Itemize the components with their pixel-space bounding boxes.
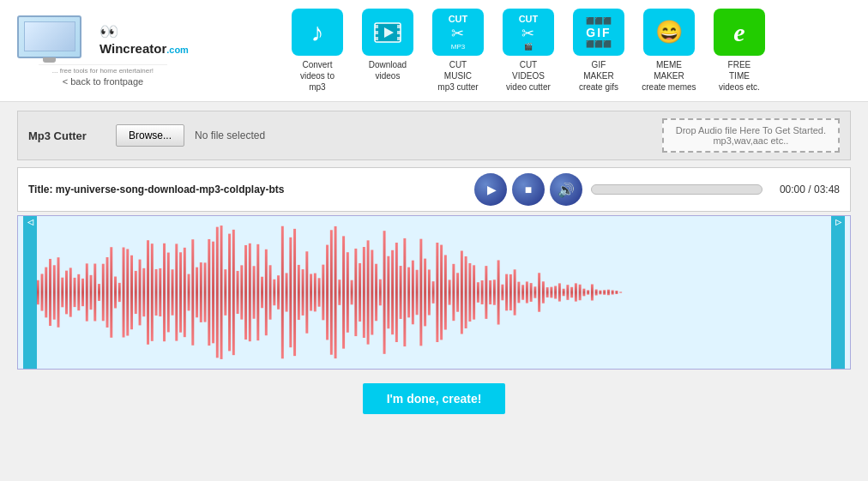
drop-zone[interactable]: Drop Audio file Here To Get Started. mp3… xyxy=(662,118,840,153)
svg-rect-65 xyxy=(269,265,272,319)
svg-rect-77 xyxy=(318,278,321,306)
svg-rect-85 xyxy=(351,280,353,305)
svg-rect-30 xyxy=(126,249,129,335)
svg-rect-69 xyxy=(286,273,288,311)
svg-rect-6 xyxy=(397,37,401,40)
waveform-handle-right[interactable]: ▷ xyxy=(831,216,845,369)
drop-zone-line2: mp3,wav,aac etc.. xyxy=(676,135,826,146)
svg-rect-133 xyxy=(546,287,549,298)
nav-item-cut-music[interactable]: CUT ✂ MP3 CUT MUSIC mp3 cutter xyxy=(428,9,488,93)
svg-rect-102 xyxy=(419,239,422,346)
svg-rect-112 xyxy=(461,250,463,334)
svg-rect-38 xyxy=(159,268,161,316)
main-content: Mp3 Cutter Browse... No file selected Dr… xyxy=(0,102,868,428)
nav-item-meme-maker[interactable]: 😄 MEME MAKER create memes xyxy=(639,9,699,93)
volume-icon: 🔊 xyxy=(558,182,575,198)
svg-rect-13 xyxy=(57,257,60,328)
nav-item-free-time[interactable]: e FREE TIME videos etc. xyxy=(709,9,769,93)
nav-label-free-time: FREE TIME videos etc. xyxy=(719,59,760,93)
svg-rect-54 xyxy=(224,269,226,316)
nav-item-convert[interactable]: ♪ Convert videos to mp3 xyxy=(287,9,347,93)
nav-item-gif-maker[interactable]: ⬛⬛⬛ GIF ⬛⬛⬛ GIF MAKER create gifs xyxy=(569,9,629,93)
svg-rect-135 xyxy=(554,286,557,298)
svg-rect-21 xyxy=(90,275,93,310)
svg-rect-100 xyxy=(412,261,414,325)
svg-rect-84 xyxy=(347,252,349,333)
svg-rect-35 xyxy=(147,240,149,345)
note-icon: ♪ xyxy=(292,9,343,56)
svg-rect-111 xyxy=(456,273,459,311)
svg-rect-26 xyxy=(110,247,112,338)
svg-rect-57 xyxy=(237,271,239,314)
svg-rect-123 xyxy=(505,274,508,311)
svg-rect-130 xyxy=(533,286,536,298)
svg-rect-68 xyxy=(281,226,284,359)
svg-rect-27 xyxy=(114,277,117,309)
svg-rect-104 xyxy=(428,269,431,315)
svg-rect-3 xyxy=(375,37,378,40)
svg-rect-115 xyxy=(473,265,475,319)
svg-rect-76 xyxy=(314,274,316,312)
svg-rect-71 xyxy=(293,229,296,356)
waveform-container[interactable]: ◁ // Generate waveform bars const svgNS … xyxy=(17,215,851,370)
logo-eyes-icon: 👀 xyxy=(99,22,189,41)
svg-rect-2 xyxy=(375,31,378,34)
svg-rect-46 xyxy=(191,239,194,346)
nav-label-download: Download videos xyxy=(369,59,407,81)
svg-rect-12 xyxy=(53,265,56,319)
svg-rect-52 xyxy=(216,227,219,358)
svg-rect-106 xyxy=(436,243,438,342)
handle-left-icon: ◁ xyxy=(27,218,33,226)
svg-rect-151 xyxy=(619,292,622,292)
header: 👀 Wincreator.com ... free tools for home… xyxy=(0,0,868,102)
svg-rect-11 xyxy=(49,259,51,326)
svg-rect-139 xyxy=(570,287,573,298)
svg-rect-126 xyxy=(517,282,520,304)
progress-bar[interactable] xyxy=(591,184,763,195)
svg-rect-67 xyxy=(277,275,280,310)
svg-rect-53 xyxy=(220,225,223,359)
back-link[interactable]: < back to frontpage xyxy=(63,76,143,87)
svg-rect-120 xyxy=(493,280,496,304)
svg-rect-101 xyxy=(416,270,419,316)
svg-rect-95 xyxy=(391,250,394,334)
svg-rect-25 xyxy=(106,257,109,328)
svg-rect-127 xyxy=(521,285,524,300)
svg-rect-79 xyxy=(326,245,329,340)
create-button[interactable]: I'm done, create! xyxy=(363,383,506,414)
svg-rect-55 xyxy=(228,234,231,352)
browse-button[interactable]: Browse... xyxy=(116,124,184,147)
svg-rect-88 xyxy=(363,247,365,338)
svg-rect-24 xyxy=(102,264,105,322)
svg-rect-140 xyxy=(575,283,577,301)
svg-rect-89 xyxy=(367,240,370,344)
svg-rect-128 xyxy=(526,281,528,303)
svg-rect-18 xyxy=(77,274,80,310)
track-title: Title: my-universe-song-download-mp3-col… xyxy=(28,183,466,195)
logo-area: 👀 Wincreator.com ... free tools for home… xyxy=(17,15,189,87)
nav-icons: ♪ Convert videos to mp3 Download videos xyxy=(206,9,851,93)
svg-rect-39 xyxy=(163,244,166,341)
waveform-svg: // Generate waveform bars const svgNS = … xyxy=(18,216,850,369)
time-display: 00:00 / 03:48 xyxy=(771,183,840,195)
nav-item-download[interactable]: Download videos xyxy=(358,9,418,81)
svg-rect-60 xyxy=(249,244,251,341)
nav-item-cut-video[interactable]: CUT ✂ 🎬 CUT VIDEOS video cutter xyxy=(498,9,558,93)
stop-button[interactable]: ■ xyxy=(512,173,545,206)
nav-label-cut-music: CUT MUSIC mp3 cutter xyxy=(437,59,478,93)
play-button[interactable]: ▶ xyxy=(474,173,507,206)
svg-rect-42 xyxy=(175,244,178,340)
svg-rect-98 xyxy=(403,238,406,346)
svg-rect-146 xyxy=(599,291,601,295)
svg-rect-64 xyxy=(265,250,268,335)
svg-rect-90 xyxy=(371,250,373,334)
volume-button[interactable]: 🔊 xyxy=(550,173,582,206)
svg-rect-62 xyxy=(256,244,259,340)
svg-rect-16 xyxy=(69,268,72,316)
no-file-text: No file selected xyxy=(195,129,652,141)
svg-rect-150 xyxy=(615,291,618,294)
waveform-handle-left[interactable]: ◁ xyxy=(23,216,37,369)
nav-label-convert: Convert videos to mp3 xyxy=(300,59,335,93)
svg-rect-124 xyxy=(509,274,512,310)
svg-rect-32 xyxy=(135,271,137,314)
